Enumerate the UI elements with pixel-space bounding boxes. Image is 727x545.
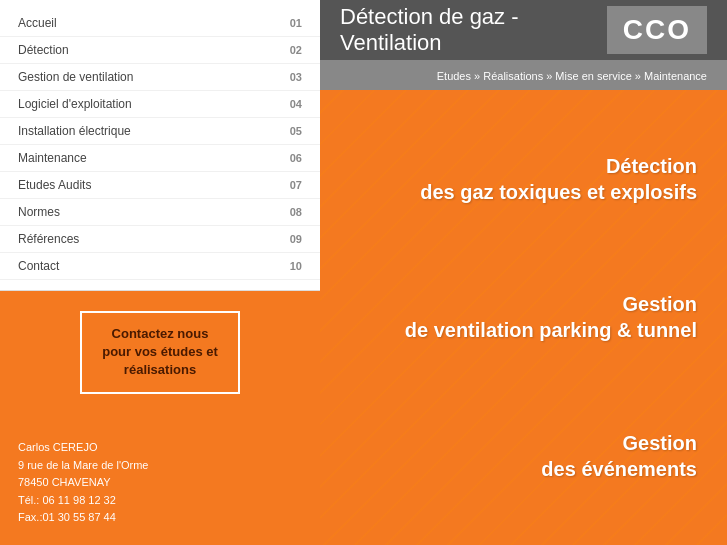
contact-name: Carlos CEREJO [18,439,302,457]
nav-item-label: Détection [18,43,69,57]
nav-item-3[interactable]: Logiciel d'exploitation 04 [0,91,320,118]
logo: CCO [607,6,707,54]
main-content: Détection de gaz - Ventilation CCO Etude… [320,0,727,545]
nav-item-label: Gestion de ventilation [18,70,133,84]
content-block-heading: Détectiondes gaz toxiques et explosifs [340,153,697,205]
nav-item-4[interactable]: Installation électrique 05 [0,118,320,145]
nav-item-1[interactable]: Détection 02 [0,37,320,64]
page-wrapper: Accueil 01 Détection 02 Gestion de venti… [0,0,727,545]
contact-box-text: Contactez nous pour vos études et réalis… [98,325,222,380]
nav-item-label: Accueil [18,16,57,30]
content-block-heading: Gestionde ventilation parking & tunnel [340,291,697,343]
nav-item-label: Logiciel d'exploitation [18,97,132,111]
content-block-0: Détectiondes gaz toxiques et explosifs [340,153,697,205]
nav-item-6[interactable]: Etudes Audits 07 [0,172,320,199]
contact-tel: Tél.: 06 11 98 12 32 [18,492,302,510]
content-block-1: Gestionde ventilation parking & tunnel [340,291,697,343]
contact-address: 9 rue de la Mare de l'Orme [18,457,302,475]
sidebar-bottom: Contactez nous pour vos études et réalis… [0,291,320,545]
nav-item-5[interactable]: Maintenance 06 [0,145,320,172]
nav-menu: Accueil 01 Détection 02 Gestion de venti… [0,0,320,291]
nav-item-number: 09 [290,233,302,245]
nav-item-number: 05 [290,125,302,137]
nav-item-2[interactable]: Gestion de ventilation 03 [0,64,320,91]
page-title: Détection de gaz - Ventilation [340,4,607,56]
breadcrumb: Etudes » Réalisations » Mise en service … [437,70,707,82]
nav-item-number: 06 [290,152,302,164]
nav-item-number: 04 [290,98,302,110]
nav-item-label: Maintenance [18,151,87,165]
nav-item-number: 07 [290,179,302,191]
nav-item-label: Contact [18,259,59,273]
nav-item-label: Installation électrique [18,124,131,138]
nav-item-label: Etudes Audits [18,178,91,192]
nav-item-0[interactable]: Accueil 01 [0,10,320,37]
contact-fax: Fax.:01 30 55 87 44 [18,509,302,527]
content-blocks: Détectiondes gaz toxiques et explosifsGe… [320,90,727,545]
nav-item-number: 02 [290,44,302,56]
sub-header: Etudes » Réalisations » Mise en service … [320,60,727,90]
contact-info: Carlos CEREJO 9 rue de la Mare de l'Orme… [18,419,302,527]
content-block-heading: Gestiondes événements [340,430,697,482]
header-strip: Détection de gaz - Ventilation CCO [320,0,727,60]
nav-item-7[interactable]: Normes 08 [0,199,320,226]
nav-item-number: 08 [290,206,302,218]
nav-item-9[interactable]: Contact 10 [0,253,320,280]
sidebar: Accueil 01 Détection 02 Gestion de venti… [0,0,320,545]
contact-city: 78450 CHAVENAY [18,474,302,492]
contact-box[interactable]: Contactez nous pour vos études et réalis… [80,311,240,394]
content-block-2: Gestiondes événements [340,430,697,482]
nav-item-number: 03 [290,71,302,83]
nav-item-number: 10 [290,260,302,272]
nav-item-8[interactable]: Références 09 [0,226,320,253]
nav-item-label: Normes [18,205,60,219]
nav-item-label: Références [18,232,79,246]
nav-item-number: 01 [290,17,302,29]
